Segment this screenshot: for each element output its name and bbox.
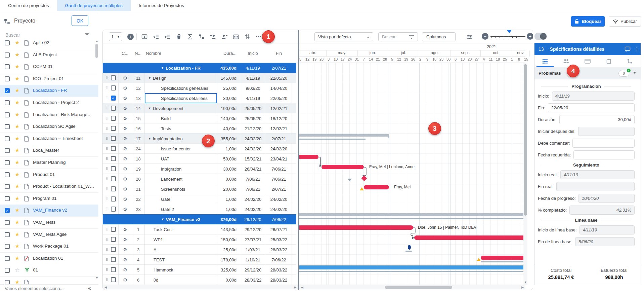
project-list-item[interactable]: ★ICO_Project 01 — [0, 73, 98, 85]
project-list-item[interactable]: ★ — [0, 277, 98, 284]
project-list-item[interactable]: ★Product - Localization 01_Wit... — [0, 181, 98, 193]
expand-arrow-icon[interactable]: ▼ — [148, 137, 151, 140]
more-icon[interactable] — [255, 33, 263, 40]
table-hscrollbar[interactable]: ◀▶ — [103, 285, 298, 289]
gantt-bar-int-gration[interactable] — [321, 165, 364, 169]
column-header-nombre[interactable]: Nombre — [144, 43, 212, 63]
view-select[interactable]: Vista por defecto⌄ — [314, 32, 373, 41]
favorite-star-icon[interactable]: ★ — [15, 87, 19, 94]
table-row[interactable]: ⠿⚙17▼Implémentation355,00d24/02/202/07/2… — [103, 134, 296, 144]
project-checkbox[interactable]: ✓ — [5, 88, 10, 93]
row-checkbox[interactable] — [111, 116, 116, 121]
tab-centro-de-proyectos[interactable]: Centro de proyectos — [0, 0, 57, 11]
project-checkbox[interactable] — [5, 232, 10, 237]
drag-handle-icon[interactable]: ⠿ — [104, 103, 110, 113]
add-task-button[interactable]: + — [126, 33, 134, 40]
outdent-icon[interactable] — [163, 33, 171, 40]
task-name-cell[interactable]: ▼Développement — [144, 103, 217, 113]
drag-handle-icon[interactable]: ⠿ — [104, 255, 110, 265]
table-row[interactable]: ▼Localization - FR435,00d4/11/192/07/21 — [103, 63, 296, 73]
task-name-cell[interactable]: Lancement — [144, 174, 217, 184]
row-checkbox[interactable] — [111, 126, 116, 131]
drag-handle-icon[interactable]: ⠿ — [104, 164, 110, 174]
row-checkbox[interactable]: ✓ — [111, 96, 116, 101]
indent-icon[interactable] — [152, 33, 160, 40]
task-type-gear-icon[interactable]: ⚙ — [118, 144, 132, 154]
project-checkbox[interactable] — [5, 76, 10, 81]
project-checkbox[interactable] — [5, 148, 10, 153]
task-type-gear-icon[interactable]: ⚙ — [118, 73, 132, 83]
field-input[interactable]: 30,00d — [559, 115, 635, 124]
task-type-gear-icon[interactable]: ⚙ — [118, 93, 132, 103]
gantt-vscrollbar[interactable]: ▼ — [523, 63, 527, 285]
drag-handle-icon[interactable]: ⠿ — [104, 245, 110, 255]
project-checkbox[interactable] — [5, 52, 10, 58]
task-name-cell[interactable]: Tests — [144, 123, 217, 134]
task-name-cell[interactable]: Screenshots — [144, 184, 217, 194]
favorite-star-icon[interactable]: ★ — [15, 171, 19, 178]
project-list-item[interactable]: ★VAM_Tests Agile — [0, 229, 98, 241]
task-progress-dot[interactable] — [408, 245, 411, 250]
favorite-star-icon[interactable]: ☆ — [15, 267, 19, 273]
table-row[interactable]: ⠿⚙12Spécifications générales25,00d9/03/2… — [103, 83, 296, 93]
row-checkbox[interactable] — [111, 146, 116, 151]
drag-handle-icon[interactable]: ⠿ — [104, 123, 110, 134]
task-name-cell[interactable]: Spécifications générales — [144, 83, 217, 93]
column-header-fin[interactable]: Fin — [266, 43, 292, 63]
project-checkbox[interactable] — [5, 196, 10, 201]
project-list-item[interactable]: ✓★Localization - FR — [0, 85, 98, 97]
favorite-star-icon[interactable]: ★ — [15, 135, 19, 142]
zoom-slider-thumb[interactable] — [507, 30, 512, 33]
drag-handle-icon[interactable]: ⠿ — [104, 184, 110, 194]
project-checkbox[interactable] — [5, 160, 10, 165]
publish-button[interactable]: Publicar — [609, 16, 641, 27]
chevron-down-icon[interactable] — [633, 72, 636, 74]
task-name-cell[interactable]: ▼Design — [144, 73, 217, 83]
project-list-item[interactable]: ★VAM_Tests — [0, 217, 98, 229]
project-checkbox[interactable] — [5, 268, 10, 273]
sum-icon[interactable] — [186, 33, 194, 40]
drag-handle-icon[interactable]: ⠿ — [104, 154, 110, 164]
favorite-star-icon[interactable]: ★ — [15, 39, 19, 46]
person-add-icon[interactable] — [209, 33, 217, 40]
table-row[interactable]: ⠿⚙1Task Cost143,50d29/12/2026/07/21 — [103, 224, 296, 234]
table-row[interactable]: ⠿⚙22Gate1,00d24/02/2024/02/20 — [103, 194, 296, 204]
project-checkbox[interactable] — [5, 136, 10, 141]
project-checkbox[interactable] — [5, 220, 10, 225]
filter-icon[interactable] — [409, 35, 414, 39]
task-name-cell[interactable]: Intégration — [144, 164, 217, 174]
table-row[interactable]: ▼VAM_Finance v2376,00d29/12/207/06/22 — [103, 214, 296, 224]
table-row[interactable]: ⠿⚙18UAT50,00d15/02/2123/04/21 — [103, 154, 296, 164]
expand-arrow-icon[interactable]: ▼ — [161, 218, 164, 221]
table-row[interactable]: ⠿⚙24issue for center1,00d24/02/2024/02/2… — [103, 144, 296, 154]
gantt-bar-hammock[interactable] — [299, 265, 525, 269]
sidebar-scrollbar[interactable]: ▲ ▼ — [95, 40, 98, 284]
gantt-bar-uat[interactable] — [299, 155, 318, 159]
favorite-star-icon[interactable]: ★ — [15, 207, 19, 213]
problems-section-header[interactable]: Problemas 0 ✓ — [534, 67, 641, 79]
ok-button[interactable]: OK — [72, 15, 88, 26]
drag-handle-icon[interactable]: ⠿ — [104, 275, 110, 285]
expand-arrow-icon[interactable]: ▼ — [148, 107, 151, 110]
table-row[interactable]: ⠿⚙23Gate 21,00d24/02/2024/02/20 — [103, 204, 296, 214]
task-type-gear-icon[interactable]: ⚙ — [118, 234, 132, 245]
collapse-sidebar-icon[interactable]: « — [88, 285, 91, 292]
drag-handle-icon[interactable]: ⠿ — [104, 73, 110, 83]
task-name-cell[interactable]: Gate — [144, 194, 217, 204]
task-type-gear-icon[interactable]: ⚙ — [118, 123, 132, 134]
project-checkbox[interactable] — [5, 256, 10, 261]
task-type-gear-icon[interactable]: ⚙ — [118, 224, 132, 234]
project-list-item[interactable]: ☆01 — [0, 264, 98, 277]
drag-handle-icon[interactable]: ⠿ — [104, 113, 110, 123]
favorite-star-icon[interactable]: ★ — [15, 99, 19, 106]
detail-tab-notes[interactable] — [598, 55, 619, 67]
task-name-cell[interactable]: Gate 2 — [144, 204, 217, 214]
favorite-star-icon[interactable]: ★ — [15, 111, 19, 118]
row-checkbox[interactable] — [111, 237, 116, 242]
person-remove-icon[interactable] — [220, 33, 228, 40]
task-type-gear-icon[interactable]: ⚙ — [118, 275, 132, 285]
project-list-item[interactable]: ★Work Package 01 — [0, 241, 98, 253]
table-row[interactable]: ⠿⚙16Tests40,00d21/12/2012/02/21 — [103, 123, 296, 134]
task-name-cell[interactable]: 0d — [144, 275, 217, 285]
favorite-star-icon[interactable]: ★ — [15, 123, 19, 130]
